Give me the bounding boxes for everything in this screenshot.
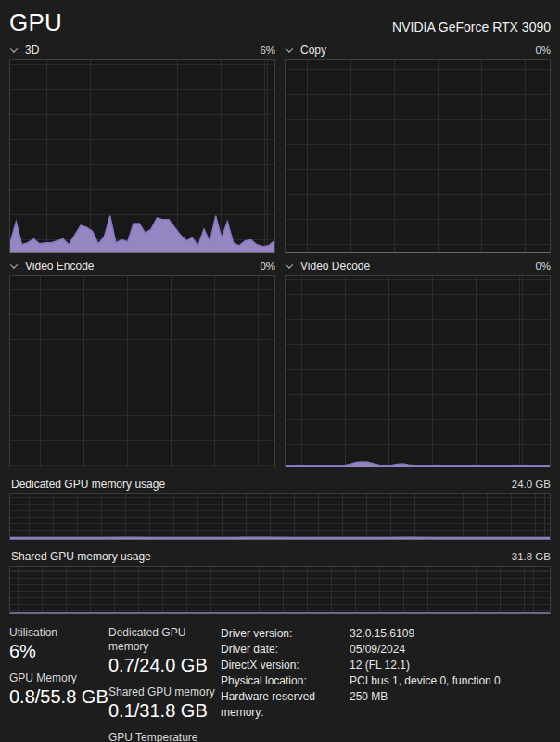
page-header: GPU NVIDIA GeForce RTX 3090 [9, 0, 551, 37]
chevron-down-icon[interactable] [286, 261, 293, 268]
detail-row-hardware-reserved-memory: Hardware reserved memory: 250 MB [221, 689, 551, 721]
detail-row-physical-location: Physical location: PCI bus 1, device 0, … [221, 673, 551, 689]
stat-value: 0.8/55.8 GB [9, 685, 108, 709]
gpu-device-name: NVIDIA GeForce RTX 3090 [392, 19, 551, 37]
dedicated-memory-area-chart [10, 494, 550, 539]
detail-label: Physical location: [221, 673, 350, 689]
page-title: GPU [9, 7, 62, 37]
stat-dedicated-memory: Dedicated GPU memory 0.7/24.0 GB [108, 626, 221, 677]
stat-label: Shared GPU memory [108, 685, 221, 699]
chart-plot-video-decode[interactable] [285, 275, 551, 467]
chart-plot-shared-memory[interactable] [9, 566, 551, 614]
chevron-down-icon[interactable] [10, 261, 18, 268]
stat-value: 0.1/31.8 GB [108, 699, 221, 723]
gpu-performance-page: GPU NVIDIA GeForce RTX 3090 3D 6% Copy [0, 0, 560, 742]
detail-label: DirectX version: [221, 658, 350, 673]
chart-title-video-decode: Video Decode [300, 260, 370, 273]
detail-label: Driver version: [221, 626, 350, 642]
3d-utilization-area-chart [10, 60, 274, 252]
stats-panel: Utilisation 6% GPU Memory 0.8/55.8 GB De… [9, 625, 551, 742]
chevron-down-icon[interactable] [286, 45, 293, 52]
detail-row-driver-version: Driver version: 32.0.15.6109 [221, 626, 551, 642]
chart-header-video-encode: Video Encode 0% [9, 259, 275, 273]
stat-label: GPU Memory [9, 672, 108, 685]
chart-plot-copy[interactable] [285, 59, 551, 253]
stat-label: GPU Temperature [108, 731, 221, 742]
engine-charts-grid: 3D 6% Copy 0% [9, 37, 551, 467]
chart-title-shared-memory: Shared GPU memory usage [11, 550, 151, 563]
shared-memory-area-chart [10, 567, 550, 613]
chart-plot-3d[interactable] [9, 59, 275, 253]
stat-value: 0.7/24.0 GB [108, 654, 221, 677]
chart-cell-video-decode: Video Decode 0% [285, 253, 551, 467]
detail-value: 250 MB [350, 689, 551, 721]
detail-label: Hardware reserved memory: [221, 689, 350, 721]
detail-value: 05/09/2024 [350, 642, 551, 658]
chart-value-video-encode: 0% [260, 261, 275, 272]
stat-utilisation: Utilisation 6% [9, 626, 108, 663]
detail-value: 32.0.15.6109 [350, 626, 551, 642]
chart-value-video-decode: 0% [535, 261, 551, 272]
detail-label: Driver date: [221, 642, 350, 658]
stats-column-1: Utilisation 6% GPU Memory 0.8/55.8 GB [9, 625, 108, 742]
chart-header-video-decode: Video Decode 0% [285, 259, 551, 273]
detail-value: PCI bus 1, device 0, function 0 [350, 673, 551, 689]
copy-utilization-area-chart [286, 60, 550, 252]
chart-plot-video-encode[interactable] [9, 275, 275, 467]
video-encode-area-chart [10, 276, 274, 467]
detail-row-directx-version: DirectX version: 12 (FL 12.1) [221, 658, 551, 673]
stats-column-2: Dedicated GPU memory 0.7/24.0 GB Shared … [108, 625, 221, 742]
video-decode-area-chart [286, 276, 550, 467]
stat-value: 6% [9, 640, 108, 663]
stat-label: Utilisation [9, 626, 108, 640]
stat-label: Dedicated GPU memory [108, 626, 221, 654]
stat-shared-memory: Shared GPU memory 0.1/31.8 GB [108, 685, 221, 723]
chart-cell-3d: 3D 6% [9, 37, 275, 253]
chart-header-3d: 3D 6% [9, 43, 275, 57]
chart-cell-video-encode: Video Encode 0% [9, 253, 275, 467]
chart-max-dedicated-memory: 24.0 GB [512, 479, 551, 490]
chart-header-dedicated-memory: Dedicated GPU memory usage 24.0 GB [9, 477, 551, 491]
chart-value-3d: 6% [260, 45, 275, 56]
chart-title-dedicated-memory: Dedicated GPU memory usage [11, 478, 165, 491]
detail-value: 12 (FL 12.1) [350, 658, 551, 673]
chevron-down-icon[interactable] [10, 45, 18, 52]
chart-header-shared-memory: Shared GPU memory usage 31.8 GB [9, 549, 551, 563]
stat-gpu-memory: GPU Memory 0.8/55.8 GB [9, 672, 108, 709]
chart-value-copy: 0% [535, 45, 551, 56]
chart-title-3d: 3D [25, 44, 39, 57]
chart-title-video-encode: Video Encode [25, 260, 95, 273]
stat-gpu-temperature: GPU Temperature 42 °C [108, 731, 221, 742]
driver-details: Driver version: 32.0.15.6109 Driver date… [221, 625, 551, 742]
chart-max-shared-memory: 31.8 GB [512, 551, 551, 562]
chart-plot-dedicated-memory[interactable] [9, 493, 551, 540]
chart-title-copy: Copy [300, 44, 326, 57]
detail-row-driver-date: Driver date: 05/09/2024 [221, 642, 551, 658]
chart-header-copy: Copy 0% [285, 43, 551, 57]
chart-cell-copy: Copy 0% [285, 37, 551, 253]
